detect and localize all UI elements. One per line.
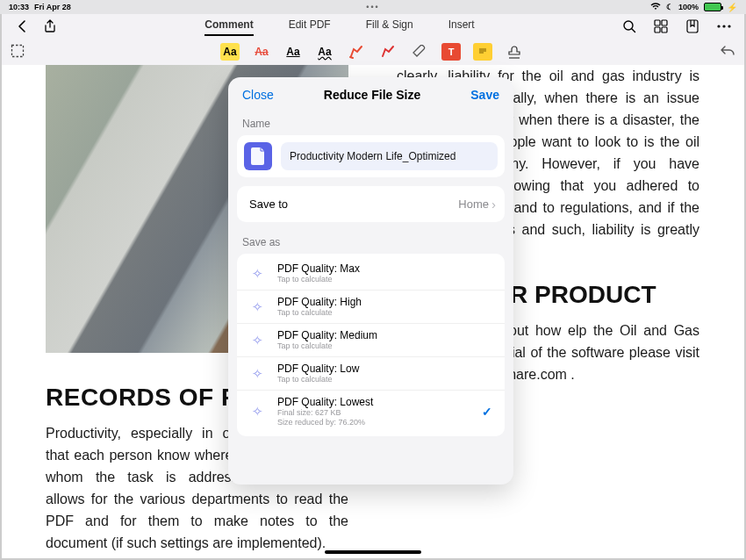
svg-rect-5 xyxy=(687,20,698,32)
ipad-status-bar: 10:33 Fri Apr 28 ••• ☾ 100% ⚡ xyxy=(0,0,746,14)
undo-button[interactable] xyxy=(720,44,735,60)
quality-option-low[interactable]: ✧ PDF Quality: Low Tap to calculate xyxy=(237,356,505,390)
checkmark-icon: ✓ xyxy=(482,405,492,419)
charging-icon: ⚡ xyxy=(727,3,737,12)
filename-field[interactable]: Productivity Modern Life_Optimized xyxy=(281,142,498,170)
area-select-tool[interactable] xyxy=(11,44,25,61)
top-tabs: Comment Edit PDF Fill & Sign Insert xyxy=(68,18,611,34)
pencil-tool[interactable] xyxy=(378,43,398,61)
svg-point-7 xyxy=(722,25,725,27)
battery-icon xyxy=(704,3,721,11)
status-date: Fri Apr 28 xyxy=(34,3,71,11)
quality-option-high[interactable]: ✧ PDF Quality: High Tap to calculate xyxy=(237,290,505,323)
quality-title: PDF Quality: Lowest xyxy=(277,396,373,408)
search-button[interactable] xyxy=(620,17,639,36)
save-to-value: Home xyxy=(458,197,489,211)
reduce-file-size-sheet: Close Reduce File Size Save Name Product… xyxy=(228,77,513,485)
svg-point-8 xyxy=(728,25,730,27)
app-top-bar: Comment Edit PDF Fill & Sign Insert xyxy=(2,14,744,39)
highlight-tool[interactable]: Aa xyxy=(220,43,240,61)
sticky-note-tool[interactable] xyxy=(473,43,492,61)
tab-edit-pdf[interactable]: Edit PDF xyxy=(289,18,331,34)
tab-comment[interactable]: Comment xyxy=(204,18,253,34)
home-indicator xyxy=(325,550,421,554)
thumbnails-button[interactable] xyxy=(651,17,671,36)
quality-title: PDF Quality: Max xyxy=(277,262,360,275)
quality-option-lowest[interactable]: ✧ PDF Quality: Lowest Final size: 627 KB… xyxy=(237,390,505,433)
more-button[interactable] xyxy=(714,17,734,36)
modal-title: Reduce File Size xyxy=(324,88,420,102)
annotation-toolbar: Aa Aa Aa Aa T xyxy=(2,39,744,65)
stamp-tool[interactable] xyxy=(505,43,524,61)
chevron-right-icon: › xyxy=(491,197,496,212)
save-to-label: Save to xyxy=(249,197,288,211)
compress-icon: ✧ xyxy=(247,364,267,384)
quality-option-max[interactable]: ✧ PDF Quality: Max Tap to calculate xyxy=(237,257,505,290)
share-button[interactable] xyxy=(40,17,60,36)
save-button[interactable]: Save xyxy=(470,88,499,102)
save-as-section-label: Save as xyxy=(228,231,513,254)
status-center-dots: ••• xyxy=(366,3,379,11)
compress-icon: ✧ xyxy=(247,298,267,317)
area-highlight-tool-red[interactable] xyxy=(347,43,366,61)
squiggly-tool[interactable]: Aa xyxy=(315,43,334,61)
text-box-tool[interactable]: T xyxy=(441,43,461,61)
quality-options-list: ✧ PDF Quality: Max Tap to calculate ✧ PD… xyxy=(237,254,505,436)
eraser-tool[interactable] xyxy=(410,43,429,61)
svg-rect-2 xyxy=(662,20,667,25)
back-button[interactable] xyxy=(12,17,32,36)
compress-icon: ✧ xyxy=(247,264,267,284)
svg-rect-1 xyxy=(655,20,660,25)
quality-title: PDF Quality: High xyxy=(277,296,362,308)
wifi-icon xyxy=(650,2,661,12)
svg-rect-9 xyxy=(12,45,24,56)
strikethrough-tool[interactable]: Aa xyxy=(252,43,271,61)
svg-rect-3 xyxy=(655,27,660,32)
tab-insert[interactable]: Insert xyxy=(448,18,475,34)
do-not-disturb-icon: ☾ xyxy=(666,3,673,11)
quality-subline: Tap to calculate xyxy=(277,308,362,318)
pdf-file-icon xyxy=(244,142,272,170)
quality-subline-2: Size reduced by: 76.20% xyxy=(277,418,373,427)
quality-option-medium[interactable]: ✧ PDF Quality: Medium Tap to calculate xyxy=(237,323,505,356)
status-time: 10:33 xyxy=(9,3,29,11)
underline-tool[interactable]: Aa xyxy=(283,43,303,61)
quality-subline-1: Final size: 627 KB xyxy=(277,408,373,418)
bookmark-panel-button[interactable] xyxy=(683,17,702,36)
name-section-label: Name xyxy=(228,112,513,135)
quality-subline: Tap to calculate xyxy=(277,375,359,384)
svg-point-0 xyxy=(624,21,633,30)
compress-icon: ✧ xyxy=(247,331,267,350)
svg-point-6 xyxy=(717,25,720,27)
tab-fill-sign[interactable]: Fill & Sign xyxy=(366,18,413,34)
quality-title: PDF Quality: Medium xyxy=(277,329,377,341)
quality-subline: Tap to calculate xyxy=(277,341,377,351)
close-button[interactable]: Close xyxy=(242,88,274,102)
quality-subline: Tap to calculate xyxy=(277,275,360,284)
svg-rect-4 xyxy=(662,27,667,32)
quality-title: PDF Quality: Low xyxy=(277,363,359,375)
save-to-row[interactable]: Save to Home › xyxy=(237,186,505,222)
battery-percent: 100% xyxy=(678,3,699,11)
compress-icon: ✧ xyxy=(247,402,267,421)
